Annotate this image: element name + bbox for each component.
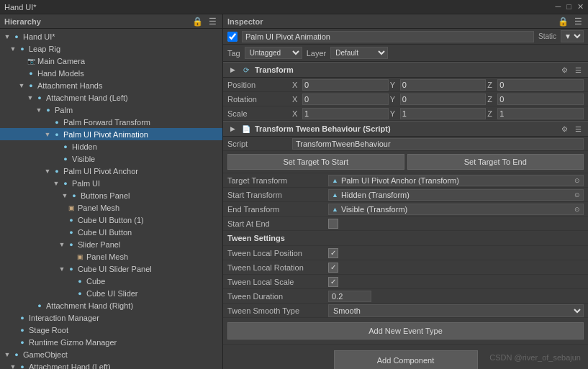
add-component-btn[interactable]: Add Component [334, 350, 478, 369]
tree-item-stage-root[interactable]: ● Stage Root [0, 324, 222, 336]
camera-icon: 📷 [26, 56, 36, 66]
maximize-icon[interactable]: □ [566, 2, 571, 12]
tween-local-position-checkbox[interactable] [328, 248, 338, 258]
expand-panel-mesh [58, 204, 66, 212]
object-name-input[interactable] [242, 31, 534, 42]
add-event-btn-row: Add New Event Type [223, 318, 588, 345]
tree-item-cube-btn[interactable]: ● Cube UI Button [0, 226, 222, 238]
expand-palm-forward [43, 118, 52, 127]
hierarchy-title: Hierarchy [4, 17, 41, 26]
expand-attach-right [26, 301, 35, 310]
go-icon: ● [17, 362, 27, 370]
hierarchy-header: Hierarchy 🔒 ☰ [0, 14, 222, 29]
object-active-checkbox[interactable] [227, 32, 238, 42]
scale-label: Scale [227, 109, 292, 118]
scale-z-input[interactable] [497, 108, 584, 119]
rot-z-input[interactable] [497, 94, 584, 105]
layer-select[interactable]: Default [330, 47, 388, 59]
tween-duration-row: Tween Duration [223, 289, 588, 304]
add-event-type-btn[interactable]: Add New Event Type [227, 322, 584, 340]
tree-item-leap-rig[interactable]: ● Leap Rig [0, 42, 222, 55]
tree-item-palm-ui[interactable]: ● Palm UI [0, 177, 222, 189]
set-target-start-btn[interactable]: Set Target To Start [227, 154, 404, 170]
hierarchy-lock-icon[interactable]: 🔒 [191, 17, 204, 27]
end-transform-text: Visible (Transform) [341, 205, 407, 214]
tree-item-visible[interactable]: ● Visible [0, 152, 222, 165]
tree-item-attachment-hands[interactable]: ● Attachment Hands [0, 79, 222, 91]
transform-settings-icon[interactable]: ⚙ [559, 65, 570, 75]
tree-item-slider-panel[interactable]: ● Slider Panel [0, 238, 222, 250]
tree-item-palm-pivot-anchor[interactable]: ● Palm UI Pivot Anchor [0, 165, 222, 177]
go-icon: ● [26, 81, 36, 91]
mesh-icon: ▣ [75, 252, 85, 262]
script-value-text: TransformTweenBehaviour [296, 140, 391, 148]
rot-y-input[interactable] [400, 94, 487, 105]
rot-x-input[interactable] [302, 94, 389, 105]
scale-y-input[interactable] [400, 108, 487, 119]
label-cube-slider: Cube UI Slider [86, 289, 138, 298]
tween-menu-icon[interactable]: ☰ [573, 124, 584, 134]
transform-component-header[interactable]: ▶ ⟳ Transform ⚙ ☰ [223, 62, 588, 78]
set-target-end-btn[interactable]: Set Target To End [407, 154, 584, 170]
tree-item-attach-right[interactable]: ● Attachment Hand (Right) [0, 299, 222, 311]
tree-item-palm-ui-pivot[interactable]: ● Palm UI Pivot Animation [0, 128, 222, 140]
script-value-field: TransformTweenBehaviour [292, 138, 584, 150]
close-icon[interactable]: ✕ [577, 2, 584, 12]
hierarchy-menu-icon[interactable]: ☰ [207, 17, 218, 27]
go-icon: ● [17, 44, 27, 54]
static-select[interactable]: ▼ [561, 30, 584, 42]
tree-item-cube-btn-1[interactable]: ● Cube UI Button (1) [0, 214, 222, 226]
tree-item-interaction-manager[interactable]: ● Interaction Manager [0, 311, 222, 324]
expand-game-object [3, 350, 12, 359]
go-icon: ● [12, 350, 22, 360]
tween-duration-input[interactable] [328, 291, 371, 302]
layer-label: Layer [307, 49, 327, 58]
pos-y-input[interactable] [400, 79, 487, 91]
start-transform-icon: ▲ [332, 191, 338, 199]
end-transform-goto[interactable]: ⊙ [574, 206, 580, 213]
tween-component-header[interactable]: ▶ 📄 Transform Tween Behaviour (Script) ⚙… [223, 121, 588, 137]
tree-item-attach-left-2[interactable]: ● Attachment Hand (Left) [0, 360, 222, 369]
tree-item-hand-ui[interactable]: ● Hand UI* [0, 30, 222, 42]
tween-smooth-type-row: Tween Smooth Type Smooth Linear EaseIn E… [223, 304, 588, 318]
label-palm-pivot-anchor: Palm UI Pivot Anchor [63, 167, 138, 176]
tree-item-cube-slider-panel[interactable]: ● Cube UI Slider Panel [0, 263, 222, 275]
position-row: Position X Y Z [223, 78, 588, 92]
tween-settings-icon[interactable]: ⚙ [559, 124, 570, 134]
minimize-icon[interactable]: ─ [556, 2, 561, 12]
pos-z-input[interactable] [497, 79, 584, 91]
pos-x-input[interactable] [302, 79, 389, 91]
tween-label: Transform Tween Behaviour (Script) [255, 124, 556, 133]
tree-item-game-object[interactable]: ● GameObject [0, 348, 222, 360]
tree-item-cube[interactable]: ● Cube [0, 275, 222, 287]
go-icon: ● [12, 32, 22, 42]
tree-item-hand-models[interactable]: ● Hand Models [0, 67, 222, 79]
tree-item-hidden[interactable]: ● Hidden [0, 140, 222, 152]
go-icon: ● [66, 215, 76, 225]
tween-smooth-type-select[interactable]: Smooth Linear EaseIn EaseOut [328, 304, 584, 317]
label-interaction-manager: Interaction Manager [29, 314, 99, 322]
tree-item-attach-left[interactable]: ● Attachment Hand (Left) [0, 91, 222, 104]
tree-item-buttons-panel[interactable]: ● Buttons Panel [0, 189, 222, 201]
tree-item-cube-slider[interactable]: ● Cube UI Slider [0, 287, 222, 299]
label-palm: Palm [55, 106, 73, 114]
inspector-menu-icon[interactable]: ☰ [573, 17, 584, 27]
tree-item-palm[interactable]: ● Palm [0, 104, 222, 116]
tree-item-panel-mesh-2[interactable]: ▣ Panel Mesh [0, 250, 222, 263]
tree-item-palm-forward[interactable]: ● Palm Forward Transform [0, 116, 222, 128]
tween-local-scale-checkbox[interactable] [328, 277, 338, 287]
target-transform-goto[interactable]: ⊙ [574, 177, 580, 184]
tween-local-scale-row: Tween Local Scale [223, 275, 588, 289]
scale-x-input[interactable] [302, 108, 389, 119]
inspector-lock-icon[interactable]: 🔒 [556, 17, 570, 27]
position-label: Position [227, 81, 292, 89]
tree-item-runtime-gizmo[interactable]: ● Runtime Gizmo Manager [0, 336, 222, 348]
tree-item-main-camera[interactable]: 📷 Main Camera [0, 55, 222, 67]
transform-menu-icon[interactable]: ☰ [573, 65, 584, 75]
start-at-end-checkbox[interactable] [328, 219, 338, 229]
tree-item-panel-mesh[interactable]: ▣ Panel Mesh [0, 201, 222, 214]
start-transform-goto[interactable]: ⊙ [574, 191, 580, 199]
tween-local-rotation-checkbox[interactable] [328, 263, 338, 273]
go-icon: ● [17, 337, 27, 347]
tag-select[interactable]: Untagged [245, 47, 302, 59]
